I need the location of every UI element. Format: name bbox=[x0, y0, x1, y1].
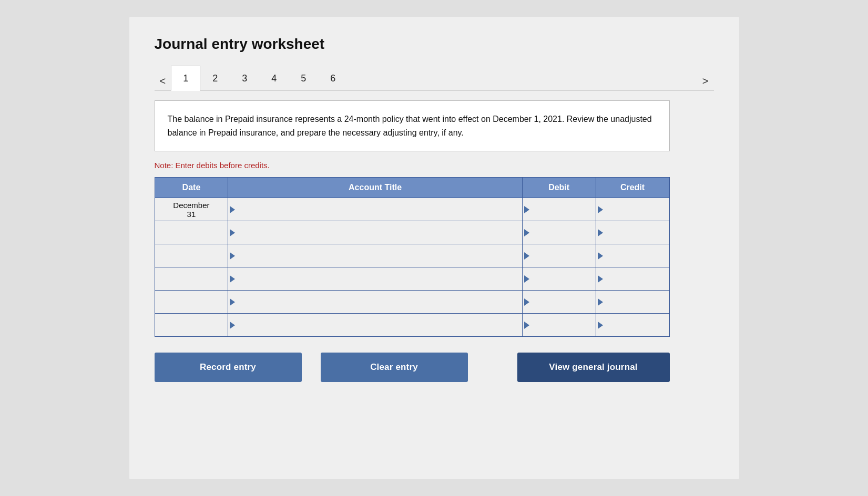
tab-3[interactable]: 3 bbox=[230, 66, 259, 91]
debit-input-2[interactable] bbox=[527, 244, 594, 267]
debit-input-3[interactable] bbox=[527, 267, 594, 290]
view-general-journal-button[interactable]: View general journal bbox=[517, 353, 670, 382]
debit-cell-1[interactable] bbox=[522, 221, 596, 244]
credit-input-1[interactable] bbox=[600, 221, 667, 244]
col-header-account: Account Title bbox=[228, 178, 522, 198]
table-row bbox=[155, 267, 669, 291]
table-row bbox=[155, 314, 669, 337]
worksheet-container: Journal entry worksheet < 1 2 3 4 5 6 > … bbox=[129, 17, 739, 479]
arrow-icon-debit-2 bbox=[524, 252, 529, 260]
date-cell-1 bbox=[155, 221, 228, 244]
arrow-icon-debit-0 bbox=[524, 206, 529, 213]
note-text: Note: Enter debits before credits. bbox=[155, 161, 714, 170]
credit-cell-0[interactable] bbox=[596, 198, 669, 221]
tab-prev-button[interactable]: < bbox=[155, 71, 171, 90]
account-input-2[interactable] bbox=[232, 244, 519, 267]
credit-input-5[interactable] bbox=[600, 314, 667, 336]
table-row bbox=[155, 244, 669, 267]
arrow-icon-debit-4 bbox=[524, 298, 529, 306]
debit-input-0[interactable] bbox=[527, 198, 594, 221]
arrow-icon-account-4 bbox=[230, 298, 235, 306]
debit-input-1[interactable] bbox=[527, 221, 594, 244]
debit-cell-2[interactable] bbox=[522, 244, 596, 267]
credit-cell-1[interactable] bbox=[596, 221, 669, 244]
credit-cell-3[interactable] bbox=[596, 267, 669, 291]
table-row bbox=[155, 291, 669, 314]
arrow-icon-account-3 bbox=[230, 275, 235, 283]
arrow-icon-credit-4 bbox=[598, 298, 603, 306]
tab-2[interactable]: 2 bbox=[200, 66, 230, 91]
arrow-icon-credit-1 bbox=[598, 229, 603, 236]
description-box: The balance in Prepaid insurance represe… bbox=[155, 100, 670, 151]
debit-input-4[interactable] bbox=[527, 291, 594, 313]
table-row: December31 bbox=[155, 198, 669, 221]
tab-4[interactable]: 4 bbox=[259, 66, 289, 91]
account-input-3[interactable] bbox=[232, 267, 519, 290]
tab-6[interactable]: 6 bbox=[318, 66, 348, 91]
arrow-icon-credit-2 bbox=[598, 252, 603, 260]
account-cell-5[interactable] bbox=[228, 314, 522, 337]
col-header-debit: Debit bbox=[522, 178, 596, 198]
arrow-icon-debit-3 bbox=[524, 275, 529, 283]
table-row bbox=[155, 221, 669, 244]
account-input-4[interactable] bbox=[232, 291, 519, 313]
credit-cell-4[interactable] bbox=[596, 291, 669, 314]
date-cell-0: December31 bbox=[155, 198, 228, 221]
debit-cell-0[interactable] bbox=[522, 198, 596, 221]
tab-next-button[interactable]: > bbox=[697, 71, 714, 90]
credit-input-2[interactable] bbox=[600, 244, 667, 267]
arrow-icon-account-1 bbox=[230, 229, 235, 236]
account-cell-4[interactable] bbox=[228, 291, 522, 314]
col-header-date: Date bbox=[155, 178, 228, 198]
date-cell-2 bbox=[155, 244, 228, 267]
tab-5[interactable]: 5 bbox=[289, 66, 318, 91]
arrow-icon-account-0 bbox=[230, 206, 235, 213]
account-input-1[interactable] bbox=[232, 221, 519, 244]
credit-input-3[interactable] bbox=[600, 267, 667, 290]
arrow-icon-credit-5 bbox=[598, 322, 603, 329]
credit-cell-5[interactable] bbox=[596, 314, 669, 337]
debit-cell-5[interactable] bbox=[522, 314, 596, 337]
arrow-icon-credit-3 bbox=[598, 275, 603, 283]
date-cell-5 bbox=[155, 314, 228, 337]
tab-1[interactable]: 1 bbox=[171, 66, 200, 91]
account-input-0[interactable] bbox=[232, 198, 519, 221]
arrow-icon-debit-1 bbox=[524, 229, 529, 236]
debit-input-5[interactable] bbox=[527, 314, 594, 336]
credit-input-4[interactable] bbox=[600, 291, 667, 313]
account-cell-0[interactable] bbox=[228, 198, 522, 221]
col-header-credit: Credit bbox=[596, 178, 669, 198]
account-cell-2[interactable] bbox=[228, 244, 522, 267]
journal-table: Date Account Title Debit Credit December… bbox=[155, 177, 670, 337]
arrow-icon-account-5 bbox=[230, 322, 235, 329]
account-cell-1[interactable] bbox=[228, 221, 522, 244]
arrow-icon-credit-0 bbox=[598, 206, 603, 213]
account-cell-3[interactable] bbox=[228, 267, 522, 291]
buttons-row: Record entry Clear entry View general jo… bbox=[155, 353, 670, 382]
arrow-icon-debit-5 bbox=[524, 322, 529, 329]
tabs-row: < 1 2 3 4 5 6 > bbox=[155, 65, 714, 90]
description-text: The balance in Prepaid insurance represe… bbox=[168, 115, 652, 137]
account-input-5[interactable] bbox=[232, 314, 519, 336]
credit-input-0[interactable] bbox=[600, 198, 667, 221]
page-title: Journal entry worksheet bbox=[155, 36, 714, 53]
credit-cell-2[interactable] bbox=[596, 244, 669, 267]
debit-cell-3[interactable] bbox=[522, 267, 596, 291]
date-cell-3 bbox=[155, 267, 228, 291]
date-cell-4 bbox=[155, 291, 228, 314]
debit-cell-4[interactable] bbox=[522, 291, 596, 314]
clear-entry-button[interactable]: Clear entry bbox=[321, 353, 468, 382]
arrow-icon-account-2 bbox=[230, 252, 235, 260]
record-entry-button[interactable]: Record entry bbox=[155, 353, 302, 382]
